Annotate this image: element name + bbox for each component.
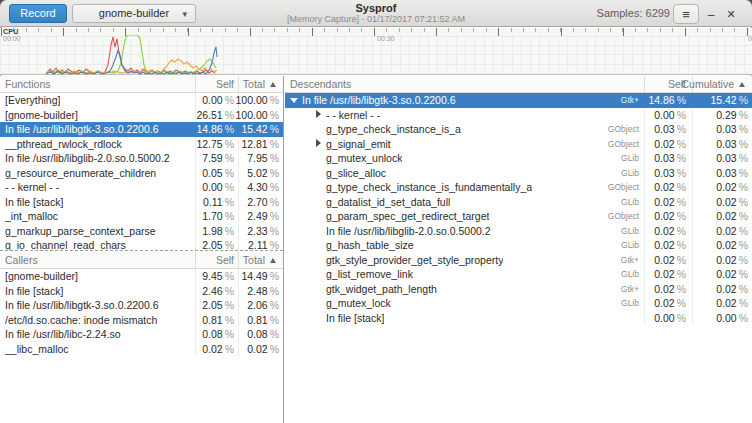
functions-table: Functions Self Total [Everything]0.00%10…	[0, 76, 283, 251]
symbol-label: g_list_remove_link	[326, 268, 413, 280]
expander-spacer	[314, 270, 323, 279]
symbol-cell: In file [stack]	[0, 284, 196, 299]
symbol-cell: g_resource_enumerate_children	[0, 166, 196, 181]
table-row[interactable]: In file /usr/lib/libglib-2.0.so.0.5000.2…	[285, 224, 752, 239]
sysprof-window: Record gnome-builder ▾ Sysprof [Memory C…	[0, 0, 752, 423]
symbol-label: _int_malloc	[5, 210, 58, 222]
percent-suffix: %	[225, 239, 234, 251]
table-row[interactable]: In file /usr/lib/libgtk-3.so.0.2200.6Gtk…	[285, 93, 752, 108]
percent-suffix: %	[739, 254, 748, 266]
table-row[interactable]: [gnome-builder]26.51%100.00%	[0, 108, 283, 123]
expand-arrow-icon[interactable]	[314, 110, 323, 119]
profile-panes: Functions Self Total [Everything]0.00%10…	[0, 76, 752, 423]
percent-suffix: %	[677, 109, 686, 121]
table-row[interactable]: g_resource_enumerate_children0.05%5.02%	[0, 166, 283, 181]
percent-suffix: %	[739, 181, 748, 193]
symbol-cell: /etc/ld.so.cache: inode mismatch	[0, 313, 196, 328]
total-cell: 7.95%	[239, 151, 283, 166]
table-row[interactable]: g_io_channel_read_chars2.05%2.11%	[0, 238, 283, 251]
table-row[interactable]: g_param_spec_get_redirect_targetGObject0…	[285, 209, 752, 224]
expander-spacer	[314, 255, 323, 264]
library-badge: GLib	[621, 240, 644, 250]
table-row[interactable]: g_type_check_instance_is_fundamentally_a…	[285, 180, 752, 195]
column-header-total[interactable]: Total	[239, 76, 283, 92]
expand-arrow-icon[interactable]	[314, 139, 323, 148]
percent-suffix: %	[225, 270, 234, 282]
table-row[interactable]: In file [stack]0.00%0.00%	[285, 311, 752, 326]
table-row[interactable]: In file [stack]2.46%2.48%	[0, 284, 283, 299]
symbol-cell: [Everything]	[0, 93, 196, 108]
minimize-button[interactable]: –	[703, 4, 719, 24]
table-row[interactable]: /etc/ld.so.cache: inode mismatch0.81%0.8…	[0, 313, 283, 328]
percent-suffix: %	[225, 138, 234, 150]
percent-suffix: %	[739, 225, 748, 237]
table-row[interactable]: __pthread_rwlock_rdlock12.75%12.81%	[0, 137, 283, 152]
cpu-graph[interactable]: CPU 00:00 00:30 01:00	[0, 28, 752, 75]
symbol-cell: g_mutex_unlockGLib	[285, 151, 645, 166]
table-row[interactable]: - - kernel - -0.00%0.29%	[285, 108, 752, 123]
table-row[interactable]: [gnome-builder]9.45%14.49%	[0, 269, 283, 284]
table-row[interactable]: g_markup_parse_context_parse1.98%2.33%	[0, 224, 283, 239]
table-row[interactable]: - - kernel - -0.00%4.30%	[0, 180, 283, 195]
column-header-callers[interactable]: Callers	[0, 252, 196, 268]
column-header-functions[interactable]: Functions	[0, 76, 196, 92]
close-button[interactable]: ✕	[723, 4, 739, 24]
table-row[interactable]: __libc_malloc0.02%0.02%	[0, 342, 283, 357]
table-row[interactable]: gtk_widget_path_lengthGtk+0.02%0.02%	[285, 282, 752, 297]
percent-suffix: %	[677, 239, 686, 251]
table-row[interactable]: g_datalist_id_set_data_fullGLib0.02%0.02…	[285, 195, 752, 210]
symbol-label: [gnome-builder]	[5, 109, 78, 121]
cumulative-cell: 0.03%	[693, 122, 752, 137]
expander-spacer	[314, 197, 323, 206]
column-header-total[interactable]: Total	[239, 252, 283, 268]
menu-button[interactable]: ≡	[673, 4, 699, 24]
symbol-cell: In file /usr/lib/libglib-2.0.so.0.5000.2…	[285, 224, 645, 239]
table-row[interactable]: g_slice_allocGLib0.03%0.03%	[285, 166, 752, 181]
percent-suffix: %	[739, 283, 748, 295]
cumulative-cell: 15.42%	[693, 93, 752, 108]
target-select[interactable]: gnome-builder ▾	[72, 4, 196, 23]
table-row[interactable]: [Everything]0.00%100.00%	[0, 93, 283, 108]
expander-spacer	[314, 125, 323, 134]
table-row[interactable]: In file /usr/lib/libgtk-3.so.0.2200.62.0…	[0, 298, 283, 313]
sort-ascending-icon	[739, 82, 745, 87]
table-row[interactable]: gtk_style_provider_get_style_propertyGtk…	[285, 253, 752, 268]
minimize-icon: –	[708, 8, 715, 22]
symbol-label: gtk_style_provider_get_style_property	[326, 254, 503, 266]
table-row[interactable]: g_type_check_instance_is_aGObject0.03%0.…	[285, 122, 752, 137]
symbol-label: In file /usr/lib/libc-2.24.so	[5, 328, 121, 340]
percent-suffix: %	[225, 109, 234, 121]
collapse-arrow-icon[interactable]	[290, 96, 299, 105]
percent-suffix: %	[270, 152, 279, 164]
symbol-cell: In file [stack]	[285, 311, 645, 326]
cumulative-cell: 0.02%	[693, 282, 752, 297]
column-header-descendants[interactable]: Descendants	[285, 76, 645, 92]
table-row[interactable]: _int_malloc1.70%2.49%	[0, 209, 283, 224]
percent-suffix: %	[739, 167, 748, 179]
percent-suffix: %	[739, 268, 748, 280]
table-row[interactable]: g_mutex_unlockGLib0.03%0.03%	[285, 151, 752, 166]
record-button[interactable]: Record	[9, 4, 67, 23]
self-cell: 2.05%	[196, 298, 239, 313]
total-cell: 2.06%	[239, 298, 283, 313]
self-cell: 0.02%	[645, 296, 693, 311]
time-tick-label: 00:00	[3, 35, 21, 42]
target-select-label: gnome-builder	[99, 7, 169, 19]
library-badge: Gtk+	[621, 255, 644, 265]
column-header-self[interactable]: Self	[196, 252, 239, 268]
table-row[interactable]: In file /usr/lib/libc-2.24.so0.08%0.08%	[0, 327, 283, 342]
table-row[interactable]: In file /usr/lib/libgtk-3.so.0.2200.614.…	[0, 122, 283, 137]
table-row[interactable]: g_list_remove_linkGLib0.02%0.02%	[285, 267, 752, 282]
table-row[interactable]: In file [stack]0.11%2.70%	[0, 195, 283, 210]
self-cell: 0.02%	[645, 209, 693, 224]
symbol-cell: g_type_check_instance_is_fundamentally_a…	[285, 180, 645, 195]
column-header-self[interactable]: Self	[196, 76, 239, 92]
cumulative-cell: 0.03%	[693, 151, 752, 166]
column-header-total-label: Total	[243, 252, 265, 268]
table-row[interactable]: g_mutex_lockGLib0.02%0.02%	[285, 296, 752, 311]
column-header-cumulative[interactable]: Cumulative	[693, 76, 752, 92]
symbol-cell: g_hash_table_sizeGLib	[285, 238, 645, 253]
table-row[interactable]: In file /usr/lib/libglib-2.0.so.0.5000.2…	[0, 151, 283, 166]
table-row[interactable]: g_signal_emitGObject0.02%0.03%	[285, 137, 752, 152]
table-row[interactable]: g_hash_table_sizeGLib0.02%0.02%	[285, 238, 752, 253]
